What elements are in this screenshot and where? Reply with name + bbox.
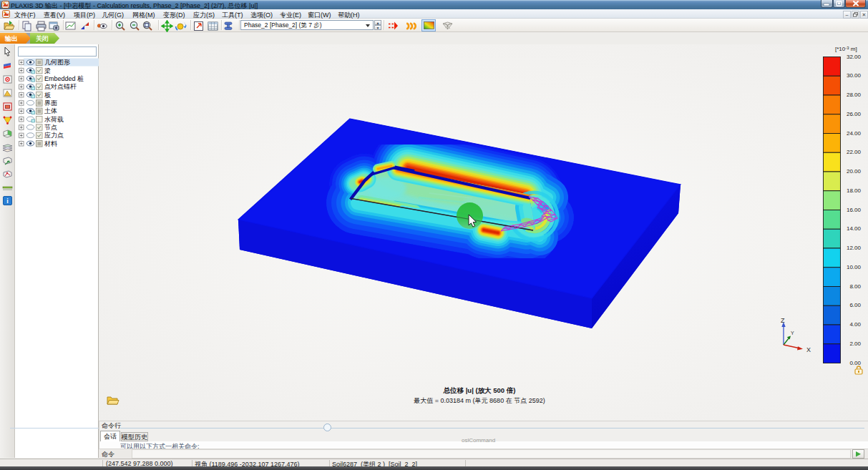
svg-text:i: i xyxy=(6,197,9,205)
svg-text:板: 板 xyxy=(44,92,51,99)
svg-text:水荷载: 水荷载 xyxy=(44,116,64,123)
svg-text:材料: 材料 xyxy=(44,140,57,147)
svg-text:点对点锚杆: 点对点锚杆 xyxy=(44,83,77,90)
svg-text:界面: 界面 xyxy=(44,99,57,107)
svg-text:土体: 土体 xyxy=(44,107,57,114)
svg-text:X: X xyxy=(806,346,811,353)
svg-text:几何图形: 几何图形 xyxy=(44,59,70,66)
svg-text:关闭: 关闭 xyxy=(35,35,49,42)
svg-text:Embedded 桩: Embedded 桩 xyxy=(44,75,84,82)
svg-text:梁: 梁 xyxy=(44,67,51,74)
svg-text:应力点: 应力点 xyxy=(44,132,64,139)
svg-text:Y: Y xyxy=(791,331,794,336)
svg-text:输出: 输出 xyxy=(4,35,18,42)
svg-text:节点: 节点 xyxy=(44,124,57,131)
svg-text:Z: Z xyxy=(781,317,785,324)
